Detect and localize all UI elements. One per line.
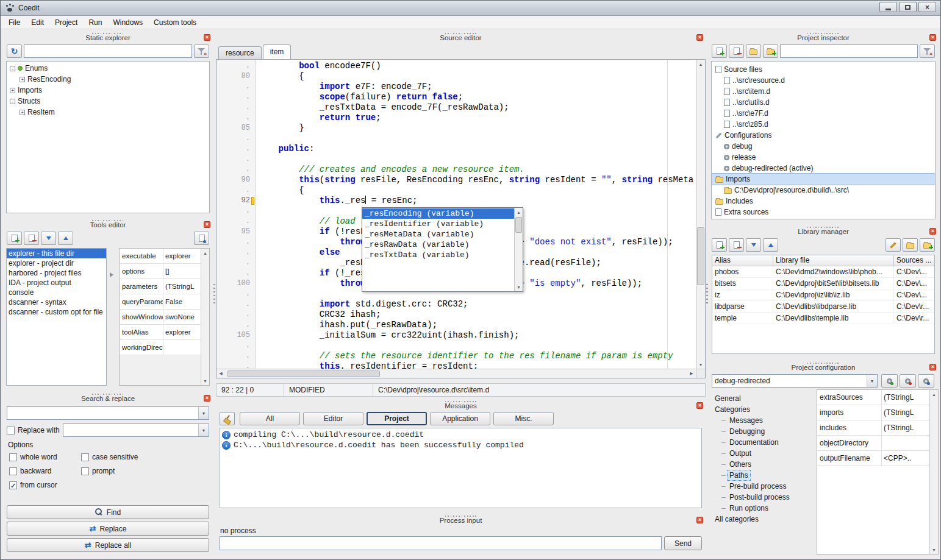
menu-item-run[interactable]: Run (83, 16, 107, 29)
category-item[interactable]: Output (710, 448, 803, 459)
panel-header[interactable]: Project configuration × (708, 361, 939, 372)
category-item[interactable]: Run options (710, 503, 803, 514)
gutter-line[interactable]: 92 (216, 196, 255, 206)
project-tree-item[interactable]: ..\src\e7F.d (712, 108, 935, 119)
close-panel-button[interactable]: × (696, 402, 703, 409)
category-item[interactable]: Debugging (710, 426, 803, 437)
project-tree-item[interactable]: release (712, 152, 935, 163)
messages-filter-misc[interactable]: Misc. (493, 412, 554, 425)
category-item[interactable]: Documentation (710, 437, 803, 448)
gutter-line[interactable]: 80 (216, 71, 255, 82)
project-tree-item[interactable]: Imports (712, 174, 935, 185)
scroll-up-arrow[interactable]: ▲ (201, 249, 209, 257)
gutter-line[interactable]: . (216, 133, 255, 144)
gutter-line[interactable]: . (216, 165, 255, 175)
close-panel-button[interactable]: × (204, 395, 210, 402)
tool-item[interactable]: console (7, 288, 106, 297)
property-row[interactable]: toolAliasexplorer (120, 325, 201, 340)
property-row[interactable]: includes(TStringL (817, 420, 929, 436)
property-row[interactable]: extraSources(TStringL (817, 390, 929, 405)
option-backward-checkbox[interactable]: backward (9, 467, 81, 475)
gutter-line[interactable]: . (216, 92, 255, 102)
code-editor[interactable]: .80....85....90.92..95....100....105... … (216, 59, 706, 378)
completion-item[interactable]: _resRawData (variable) (362, 239, 514, 250)
minimize-button[interactable] (879, 2, 897, 12)
tool-item[interactable]: explorer - this file dir (7, 249, 106, 258)
gutter-line[interactable]: . (216, 237, 255, 247)
gutter-line[interactable]: 95 (216, 227, 255, 237)
category-item[interactable]: All categories (710, 514, 803, 525)
grid-scrollbar[interactable]: ▲ ▼ (201, 249, 209, 385)
category-tree[interactable]: GeneralCategoriesMessagesDebuggingDocume… (710, 389, 803, 555)
dropdown-button[interactable]: ▼ (198, 424, 209, 436)
configuration-select[interactable]: debug-redirected ▼ (712, 374, 878, 388)
option-prompt-checkbox[interactable]: prompt (81, 467, 213, 475)
expand-icon[interactable]: + (10, 88, 15, 93)
property-value[interactable]: explorer (163, 325, 201, 339)
add-tool-button[interactable] (7, 232, 22, 245)
scroll-left-arrow[interactable]: ◀ (216, 369, 225, 378)
move-library-down-button[interactable] (746, 238, 761, 252)
close-button[interactable]: × (918, 2, 936, 12)
dropdown-button[interactable]: ▼ (198, 407, 209, 419)
project-tree-item[interactable]: Configurations (712, 130, 935, 141)
panel-header[interactable]: Messages × (216, 400, 706, 411)
grid-scrollbar[interactable]: ▲ ▼ (929, 390, 938, 554)
project-tree-item[interactable]: Source files (712, 64, 935, 75)
remove-configuration-button[interactable] (900, 374, 916, 388)
gutter-line[interactable]: . (216, 216, 255, 227)
replace-all-button[interactable]: ⇄ Replace all (7, 538, 209, 552)
project-tree-item[interactable]: Includes (712, 196, 935, 207)
editor-gutter[interactable]: .80....85....90.92..95....100....105... (216, 60, 256, 369)
project-tree-item[interactable]: ..\src\z85.d (712, 119, 935, 130)
panel-header[interactable]: Library manager × (708, 225, 939, 236)
project-tree-item[interactable]: Extra sources (712, 207, 935, 218)
menu-item-edit[interactable]: Edit (26, 16, 49, 29)
scroll-up-arrow[interactable]: ▲ (930, 390, 938, 399)
menu-item-custom-tools[interactable]: Custom tools (148, 16, 202, 29)
collapse-icon[interactable]: - (10, 99, 15, 104)
property-value[interactable]: (TStringL (882, 390, 929, 405)
panel-header[interactable]: Process input × (216, 514, 706, 525)
tool-item[interactable]: harbored - project files (7, 268, 106, 278)
gutter-line[interactable]: . (216, 206, 255, 216)
completion-item[interactable]: _resMetaData (variable) (362, 229, 514, 239)
collapse-arrow-icon[interactable] (110, 272, 113, 277)
gutter-line[interactable]: 100 (216, 278, 255, 289)
panel-header[interactable]: Tools editor × (3, 219, 213, 230)
project-tree-item[interactable]: ..\src\item.d (712, 86, 935, 97)
gutter-line[interactable]: . (216, 351, 255, 361)
move-tool-down-button[interactable] (41, 232, 56, 245)
gutter-line[interactable]: . (216, 154, 255, 165)
replace-input[interactable]: ▼ (63, 424, 209, 437)
messages-filter-all[interactable]: All (240, 412, 300, 425)
tool-item[interactable]: IDA - project output (7, 278, 106, 288)
symbol-tree-item[interactable]: +Imports (7, 85, 209, 96)
symbol-tree-item[interactable]: +ResItem (7, 107, 209, 118)
tool-item[interactable]: dscanner - custom opt for file (7, 307, 106, 317)
config-splitter[interactable] (803, 389, 817, 555)
collapse-icon[interactable]: - (10, 66, 15, 71)
property-value[interactable] (882, 436, 929, 450)
scroll-right-arrow[interactable]: ▶ (687, 369, 696, 378)
vertical-splitter[interactable] (213, 284, 215, 306)
library-column-header[interactable]: Library file (773, 255, 894, 266)
close-panel-button[interactable]: × (696, 34, 703, 41)
panel-header[interactable]: Static explorer × (3, 32, 213, 43)
open-library-file-button[interactable] (903, 238, 918, 252)
menu-item-project[interactable]: Project (49, 16, 83, 29)
close-panel-button[interactable]: × (929, 364, 936, 370)
gutter-line[interactable]: 105 (216, 330, 255, 341)
gutter-line[interactable]: . (216, 61, 255, 71)
property-value[interactable] (163, 340, 201, 355)
option-whole-word-checkbox[interactable]: whole word (9, 453, 81, 461)
add-source-button[interactable] (712, 44, 727, 58)
close-panel-button[interactable]: × (696, 517, 703, 523)
gutter-line[interactable]: . (216, 289, 255, 299)
message-item[interactable]: icompiling C:\...\build\resource.d.coedi… (220, 430, 701, 440)
gutter-line[interactable]: . (216, 185, 255, 196)
library-column-header[interactable]: Alias (712, 255, 773, 266)
clear-messages-button[interactable] (220, 412, 235, 425)
scroll-up-arrow[interactable]: ▲ (515, 208, 523, 216)
gutter-line[interactable]: . (216, 361, 255, 369)
